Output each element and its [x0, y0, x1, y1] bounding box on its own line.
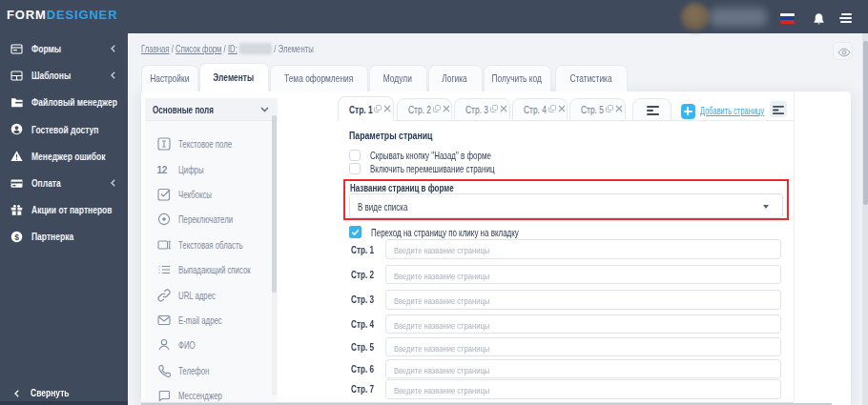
svg-text:$: $ [14, 232, 19, 241]
